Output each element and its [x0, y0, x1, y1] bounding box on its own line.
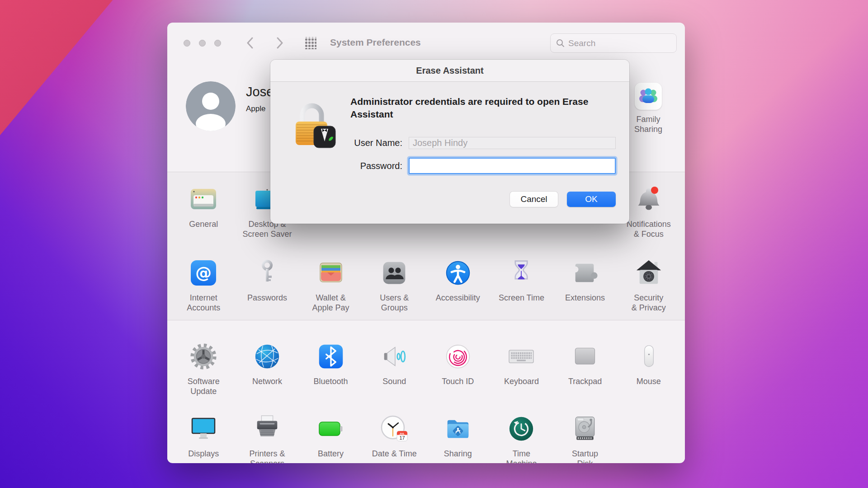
pref-wallet[interactable]: Wallet & Apple Pay: [299, 258, 363, 320]
search-field[interactable]: [550, 33, 677, 53]
pref-extensions[interactable]: Extensions: [553, 258, 617, 320]
date-time-icon: JUL 17: [380, 415, 408, 443]
screen-time-icon: [511, 259, 531, 287]
zoom-button[interactable]: [214, 40, 221, 47]
pref-internet-accounts[interactable]: @ Internet Accounts: [172, 258, 236, 320]
internet-accounts-icon: @: [190, 259, 217, 286]
startup-disk-icon: [571, 415, 599, 443]
dialog-message: Administrator credentials are required t…: [350, 95, 608, 121]
sound-icon: [380, 343, 408, 371]
pref-accessibility[interactable]: Accessibility: [426, 258, 490, 320]
pref-startup-disk[interactable]: Startup Disk: [553, 413, 617, 463]
family-sharing-icon: [638, 88, 659, 105]
pref-printers-scanners[interactable]: Printers & Scanners: [236, 413, 299, 463]
pref-trackpad[interactable]: Trackpad: [553, 341, 617, 396]
pref-time-machine[interactable]: Time Machine: [490, 413, 553, 463]
svg-text:@: @: [195, 263, 212, 282]
pref-date-time[interactable]: JUL 17 Date & Time: [363, 413, 426, 463]
back-button[interactable]: [242, 36, 258, 50]
users-groups-icon: [381, 259, 408, 286]
search-icon: [556, 39, 565, 47]
chevron-left-icon: [246, 37, 254, 49]
trackpad-icon: [571, 343, 599, 370]
pref-bluetooth[interactable]: Bluetooth: [299, 341, 363, 396]
family-sharing-label: Family Sharing: [621, 114, 675, 134]
pref-sharing[interactable]: Sharing: [426, 413, 490, 463]
software-update-icon: [189, 343, 217, 371]
extensions-icon: [571, 260, 599, 286]
notifications-focus-icon: [634, 185, 663, 214]
svg-text:17: 17: [400, 435, 405, 441]
pref-battery[interactable]: Battery: [299, 413, 363, 463]
titlebar: System Preferences: [167, 23, 685, 61]
grid-icon: [304, 37, 316, 49]
passwords-icon: [253, 258, 282, 287]
username-field[interactable]: [409, 137, 616, 149]
close-button[interactable]: [184, 40, 190, 47]
calendar-badge: JUL 17: [397, 431, 407, 441]
pref-touch-id[interactable]: Touch ID: [426, 341, 490, 396]
pref-mouse[interactable]: Mouse: [617, 341, 680, 396]
password-field[interactable]: [409, 158, 616, 174]
sharing-icon: [444, 416, 472, 441]
window-title: System Preferences: [330, 37, 421, 48]
general-icon: [189, 188, 218, 211]
forward-button[interactable]: [272, 36, 288, 50]
printers-scanners-icon: [253, 414, 281, 443]
pref-security-privacy[interactable]: Security & Privacy: [617, 258, 680, 320]
username-label: User Name:: [270, 138, 402, 148]
erase-assistant-auth-dialog: Erase Assistant Administrator credential…: [270, 60, 629, 224]
displays-icon: [189, 416, 218, 441]
pref-users-groups[interactable]: Users & Groups: [363, 258, 426, 320]
ok-button[interactable]: OK: [567, 192, 616, 207]
pref-sound[interactable]: Sound: [363, 341, 426, 396]
minimize-button[interactable]: [199, 40, 206, 47]
chevron-right-icon: [276, 37, 283, 49]
pref-keyboard[interactable]: Keyboard: [490, 341, 553, 396]
bluetooth-icon: [317, 343, 344, 370]
pref-screen-time[interactable]: Screen Time: [490, 258, 553, 320]
svg-text:JUL: JUL: [400, 432, 405, 435]
mouse-icon: [635, 343, 662, 371]
cancel-button[interactable]: Cancel: [510, 192, 558, 207]
battery-icon: [316, 418, 345, 440]
dialog-title: Erase Assistant: [270, 60, 629, 82]
keyboard-icon: [507, 343, 536, 371]
pref-family-sharing[interactable]: Family Sharing: [621, 83, 675, 134]
accessibility-icon: [444, 259, 472, 286]
password-label: Password:: [270, 161, 402, 171]
pref-network[interactable]: Network: [236, 341, 299, 396]
security-privacy-icon: [635, 259, 663, 287]
pref-software-update[interactable]: Software Update: [172, 341, 236, 396]
show-all-button[interactable]: [304, 37, 318, 50]
wallet-apple-pay-icon: [316, 262, 345, 284]
search-input[interactable]: [568, 38, 659, 48]
avatar[interactable]: [186, 81, 236, 133]
touch-id-icon: [444, 343, 472, 370]
pref-general[interactable]: General: [172, 184, 236, 258]
network-icon: [253, 343, 281, 371]
profile-subtitle: Apple: [246, 104, 265, 113]
time-machine-icon: [507, 415, 535, 443]
pref-displays[interactable]: Displays: [172, 413, 236, 463]
prefs-rows-bottom: Software Update Network: [167, 320, 685, 463]
avatar-icon: [186, 81, 236, 131]
pref-passwords[interactable]: Passwords: [236, 258, 299, 320]
